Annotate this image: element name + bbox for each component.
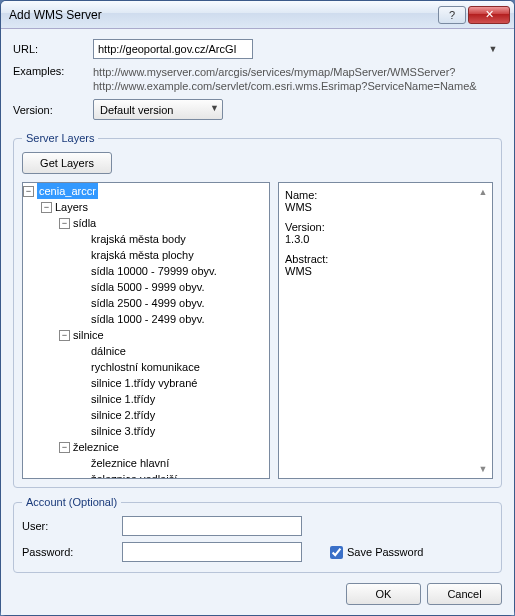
help-button[interactable]: ? (438, 6, 466, 24)
tree-leaf-node[interactable]: krajská města plochy (91, 247, 194, 263)
help-icon: ? (449, 9, 455, 21)
ok-button[interactable]: OK (346, 583, 421, 605)
password-input[interactable] (122, 542, 302, 562)
version-select[interactable]: Default version (93, 99, 223, 120)
close-icon: ✕ (485, 8, 494, 21)
chevron-down-icon[interactable]: ▼ (210, 103, 219, 113)
user-input[interactable] (122, 516, 302, 536)
save-password-text: Save Password (347, 546, 423, 558)
tree-leaf-node[interactable]: silnice 2.třídy (91, 407, 155, 423)
scroll-down-icon[interactable]: ▼ (476, 462, 490, 476)
save-password-label[interactable]: Save Password (326, 543, 423, 562)
tree-leaf-node[interactable]: silnice 1.třídy vybrané (91, 375, 197, 391)
scroll-up-icon[interactable]: ▲ (476, 185, 490, 199)
dialog-footer: OK Cancel (13, 583, 502, 605)
info-name-value: WMS (285, 201, 486, 213)
tree-leaf-node[interactable]: sídla 1000 - 2499 obyv. (91, 311, 205, 327)
tree-root-node[interactable]: cenia_arccr (37, 183, 98, 199)
account-group: Account (Optional) User: Password: Save … (13, 496, 502, 573)
tree-leaf-node[interactable]: železnice vedlejší (91, 471, 177, 478)
get-layers-button[interactable]: Get Layers (22, 152, 112, 174)
layer-info-pane: ▲ ▼ Name: WMS Version: 1.3.0 Abstract: W… (278, 182, 493, 479)
layers-tree[interactable]: −cenia_arccr−Layers−sídlakrajská města b… (22, 182, 270, 479)
save-password-checkbox[interactable] (330, 546, 343, 559)
url-input[interactable] (93, 39, 253, 59)
info-abstract-label: Abstract: (285, 253, 486, 265)
tree-leaf-node[interactable]: silnice 3.třídy (91, 423, 155, 439)
info-version-value: 1.3.0 (285, 233, 486, 245)
chevron-down-icon[interactable]: ▼ (486, 41, 500, 57)
password-label: Password: (22, 546, 122, 558)
tree-leaf-node[interactable]: sídla 10000 - 79999 obyv. (91, 263, 217, 279)
account-legend: Account (Optional) (22, 496, 121, 508)
examples-label: Examples: (13, 65, 93, 77)
info-abstract-value: WMS (285, 265, 486, 277)
tree-leaf-node[interactable]: silnice 1.třídy (91, 391, 155, 407)
version-label: Version: (13, 104, 93, 116)
dialog-add-wms-server: Add WMS Server ? ✕ URL: ▼ Examples: http… (0, 0, 515, 616)
version-value: Default version (100, 104, 173, 116)
tree-group-node[interactable]: silnice (73, 327, 104, 343)
tree-group-node[interactable]: železnice (73, 439, 119, 455)
window-title: Add WMS Server (9, 8, 436, 22)
example-line-2: http://www.example.com/servlet/com.esri.… (93, 79, 477, 93)
cancel-button[interactable]: Cancel (427, 583, 502, 605)
example-line-1: http://www.myserver.com/arcgis/services/… (93, 65, 477, 79)
tree-leaf-node[interactable]: dálnice (91, 343, 126, 359)
url-label: URL: (13, 43, 93, 55)
examples-text: http://www.myserver.com/arcgis/services/… (93, 65, 477, 93)
tree-leaf-node[interactable]: krajská města body (91, 231, 186, 247)
server-layers-group: Server Layers Get Layers −cenia_arccr−La… (13, 132, 502, 488)
tree-leaf-node[interactable]: rychlostní komunikace (91, 359, 200, 375)
info-version-label: Version: (285, 221, 486, 233)
titlebar: Add WMS Server ? ✕ (1, 1, 514, 29)
dialog-content: URL: ▼ Examples: http://www.myserver.com… (1, 29, 514, 615)
tree-leaf-node[interactable]: sídla 5000 - 9999 obyv. (91, 279, 205, 295)
server-layers-legend: Server Layers (22, 132, 98, 144)
tree-leaf-node[interactable]: železnice hlavní (91, 455, 169, 471)
close-button[interactable]: ✕ (468, 6, 510, 24)
tree-layers-node[interactable]: Layers (55, 199, 88, 215)
user-label: User: (22, 520, 122, 532)
tree-leaf-node[interactable]: sídla 2500 - 4999 obyv. (91, 295, 205, 311)
tree-group-node[interactable]: sídla (73, 215, 96, 231)
info-name-label: Name: (285, 189, 486, 201)
